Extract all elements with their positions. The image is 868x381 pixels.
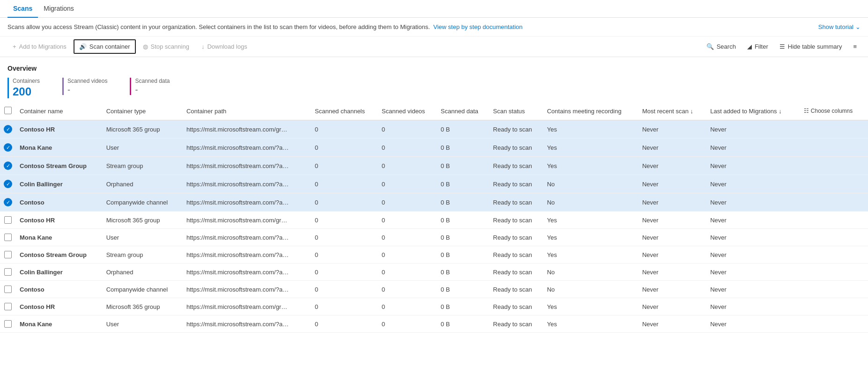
- cell-scan-status: Ready to scan: [490, 281, 543, 298]
- stat-scannedData: Scanned data -: [130, 78, 170, 98]
- cell-container-name: Contoso Stream Group: [16, 157, 103, 175]
- cell-scanned-channels: 0: [311, 229, 378, 246]
- scan-icon: 🔊: [79, 43, 87, 50]
- row-checkbox-cell[interactable]: [0, 139, 16, 157]
- cell-scanned-videos: 0: [378, 175, 437, 193]
- cell-contains-meeting-recording: Yes: [543, 246, 638, 264]
- data-table-container: Container name Container type Container …: [0, 102, 868, 333]
- tab-migrations[interactable]: Migrations: [38, 0, 80, 18]
- cell-container-path: https://msit.microsoftstream.com/group/e…: [183, 212, 311, 229]
- cell-last-added-to-migrations: Never: [706, 139, 798, 157]
- cell-container-type: Orphaned: [103, 264, 183, 281]
- table-row[interactable]: Colin Ballinger Orphaned https://msit.mi…: [0, 175, 868, 193]
- cell-container-path: https://msit.microsoftstream.com/group/e…: [183, 298, 311, 315]
- table-row[interactable]: Mona Kane User https://msit.microsoftstr…: [0, 139, 868, 157]
- filter-icon: ◢: [747, 43, 752, 50]
- cell-scanned-data: 0 B: [437, 139, 490, 157]
- row-checkbox-cell[interactable]: [0, 229, 16, 246]
- checkbox-unchecked[interactable]: [4, 303, 12, 310]
- checkbox-unchecked[interactable]: [4, 251, 12, 258]
- cell-choose-columns: [798, 281, 868, 298]
- row-checkbox-cell[interactable]: [0, 212, 16, 229]
- tab-scans[interactable]: Scans: [7, 0, 38, 18]
- row-checkbox-cell[interactable]: [0, 315, 16, 333]
- table-row[interactable]: Contoso HR Microsoft 365 group https://m…: [0, 298, 868, 315]
- scan-container-button[interactable]: 🔊 Scan container: [74, 39, 136, 54]
- cell-scanned-data: 0 B: [437, 246, 490, 264]
- cell-scanned-videos: 0: [378, 229, 437, 246]
- cell-container-type: User: [103, 229, 183, 246]
- cell-choose-columns: [798, 139, 868, 157]
- filter-button[interactable]: ◢ Filter: [743, 40, 772, 53]
- cell-scanned-data: 0 B: [437, 120, 490, 139]
- table-row[interactable]: Contoso Companywide channel https://msit…: [0, 281, 868, 298]
- checkbox-unchecked[interactable]: [4, 286, 12, 293]
- cell-most-recent-scan: Never: [638, 229, 706, 246]
- table-row[interactable]: Contoso Stream Group Stream group https:…: [0, 157, 868, 175]
- checkbox-checked[interactable]: [4, 198, 12, 206]
- table-row[interactable]: Contoso HR Microsoft 365 group https://m…: [0, 120, 868, 139]
- cell-scan-status: Ready to scan: [490, 193, 543, 212]
- cell-contains-meeting-recording: Yes: [543, 229, 638, 246]
- cell-last-added-to-migrations: Never: [706, 315, 798, 333]
- overview-section: Overview Containers 200 Scanned videos -…: [0, 57, 868, 102]
- row-checkbox-cell[interactable]: [0, 175, 16, 193]
- cell-scanned-channels: 0: [311, 193, 378, 212]
- table-row[interactable]: Mona Kane User https://msit.microsoftstr…: [0, 229, 868, 246]
- cell-container-type: User: [103, 315, 183, 333]
- choose-columns-button[interactable]: ☷ Choose columns: [802, 106, 854, 116]
- col-most-recent-scan[interactable]: Most recent scan ↓: [638, 102, 706, 120]
- cell-container-type: User: [103, 139, 183, 157]
- row-checkbox-cell[interactable]: [0, 281, 16, 298]
- checkbox-unchecked[interactable]: [4, 268, 12, 276]
- checkbox-unchecked[interactable]: [4, 216, 12, 224]
- cell-container-path: https://msit.microsoftstream.com/?auth_u…: [183, 315, 311, 333]
- table-row[interactable]: Contoso Companywide channel https://msit…: [0, 193, 868, 212]
- hide-table-summary-button[interactable]: ☰ Hide table summary: [776, 40, 846, 53]
- row-checkbox-cell[interactable]: [0, 120, 16, 139]
- checkbox-unchecked[interactable]: [4, 234, 12, 241]
- row-checkbox-cell[interactable]: [0, 157, 16, 175]
- cell-most-recent-scan: Never: [638, 298, 706, 315]
- stop-scanning-button[interactable]: ◍ Stop scanning: [138, 40, 194, 53]
- cell-most-recent-scan: Never: [638, 315, 706, 333]
- checkbox-checked[interactable]: [4, 143, 12, 152]
- cell-last-added-to-migrations: Never: [706, 212, 798, 229]
- checkbox-unchecked[interactable]: [4, 320, 12, 328]
- cell-scanned-channels: 0: [311, 212, 378, 229]
- checkbox-checked[interactable]: [4, 180, 12, 188]
- row-checkbox-cell[interactable]: [0, 298, 16, 315]
- select-all-col[interactable]: [0, 102, 16, 120]
- cell-container-name: Mona Kane: [16, 315, 103, 333]
- toolbar: + Add to Migrations 🔊 Scan container ◍ S…: [0, 37, 868, 57]
- cell-container-path: https://msit.microsoftstream.com/?auth_u…: [183, 246, 311, 264]
- col-choose-columns[interactable]: ☷ Choose columns: [798, 102, 868, 120]
- stat-value-scannedVideos: -: [67, 85, 107, 95]
- col-last-added-to-migrations[interactable]: Last added to Migrations ↓: [706, 102, 798, 120]
- cell-choose-columns: [798, 212, 868, 229]
- cell-scanned-videos: 0: [378, 212, 437, 229]
- download-logs-button[interactable]: ↓ Download logs: [196, 40, 252, 53]
- cell-most-recent-scan: Never: [638, 193, 706, 212]
- cell-container-name: Colin Ballinger: [16, 264, 103, 281]
- row-checkbox-cell[interactable]: [0, 246, 16, 264]
- cell-scan-status: Ready to scan: [490, 229, 543, 246]
- checkbox-checked[interactable]: [4, 125, 12, 133]
- cell-scan-status: Ready to scan: [490, 298, 543, 315]
- select-all-checkbox[interactable]: [4, 107, 12, 114]
- table-row[interactable]: Mona Kane User https://msit.microsoftstr…: [0, 315, 868, 333]
- show-tutorial-button[interactable]: Show tutorial ⌄: [818, 23, 861, 30]
- add-to-migrations-button[interactable]: + Add to Migrations: [7, 40, 72, 53]
- checkbox-checked[interactable]: [4, 161, 12, 170]
- cell-container-type: Companywide channel: [103, 281, 183, 298]
- more-options-button[interactable]: ≡: [849, 40, 861, 53]
- toolbar-right: 🔍 Search ◢ Filter ☰ Hide table summary ≡: [703, 40, 861, 53]
- doc-link[interactable]: View step by step documentation: [433, 23, 523, 30]
- table-row[interactable]: Colin Ballinger Orphaned https://msit.mi…: [0, 264, 868, 281]
- row-checkbox-cell[interactable]: [0, 193, 16, 212]
- table-row[interactable]: Contoso Stream Group Stream group https:…: [0, 246, 868, 264]
- table-row[interactable]: Contoso HR Microsoft 365 group https://m…: [0, 212, 868, 229]
- row-checkbox-cell[interactable]: [0, 264, 16, 281]
- cell-container-path: https://msit.microsoftstream.com/?auth_u…: [183, 193, 311, 212]
- search-button[interactable]: 🔍 Search: [703, 40, 740, 53]
